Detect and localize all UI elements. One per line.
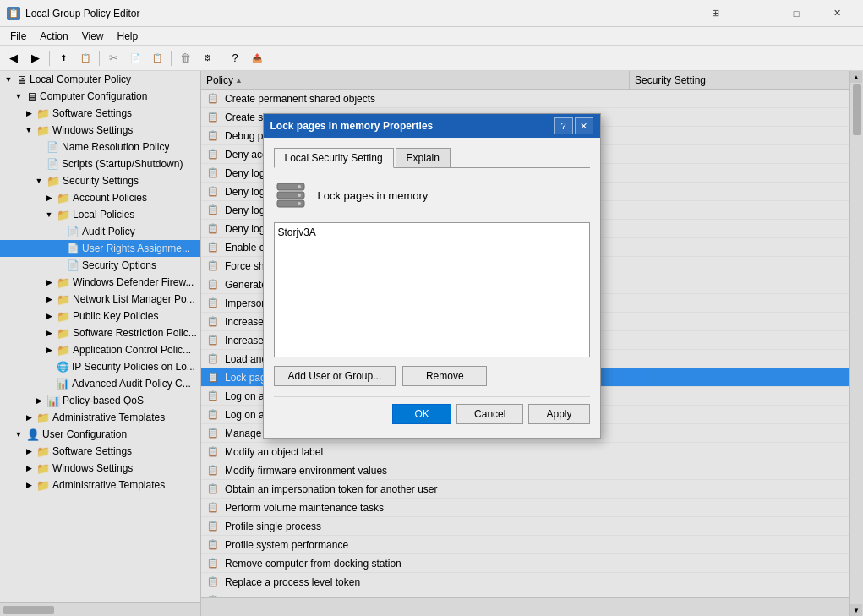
menu-view[interactable]: View (75, 29, 111, 44)
modal-list-item: Storjv3A (278, 226, 586, 238)
tab-label: Explain (407, 152, 440, 164)
title-bar-controls: ⊞ ─ □ ✕ (696, 0, 856, 27)
remove-button[interactable]: Remove (402, 366, 487, 386)
modal-footer: OK Cancel Apply (274, 396, 590, 428)
close-button[interactable]: ✕ (817, 0, 856, 27)
menu-file[interactable]: File (3, 29, 33, 44)
app-title: Local Group Policy Editor (25, 8, 139, 19)
modal-title-bar: Lock pages in memory Properties ? ✕ (264, 114, 600, 138)
modal-policy-name-label: Lock pages in memory (318, 189, 429, 202)
svg-point-5 (298, 202, 301, 205)
toolbar-export[interactable]: 📤 (247, 48, 267, 68)
toolbar: ◀ ▶ ⬆ 📋 ✂ 📄 📋 🗑 ⚙ ? 📤 (0, 46, 863, 71)
menu-help[interactable]: Help (111, 29, 145, 44)
add-user-group-button[interactable]: Add User or Group... (274, 366, 396, 386)
modal-title: Lock pages in memory Properties (270, 120, 434, 132)
toolbar-sep-3 (171, 51, 172, 66)
app-icon: 📋 (7, 7, 20, 20)
toolbar-up[interactable]: ⬆ (53, 48, 74, 68)
maximize-button[interactable]: □ (777, 0, 816, 27)
modal-action-buttons: Add User or Group... Remove (274, 366, 590, 386)
modal-body: Local Security Setting Explain (264, 138, 600, 438)
modal-close-button[interactable]: ✕ (575, 117, 593, 134)
toolbar-cut[interactable]: ✂ (103, 48, 123, 68)
svg-point-4 (298, 194, 301, 197)
toolbar-sep-1 (49, 51, 50, 66)
tab-explain[interactable]: Explain (396, 148, 451, 167)
apply-button[interactable]: Apply (528, 404, 589, 424)
modal-title-controls: ? ✕ (554, 117, 593, 134)
toolbar-forward[interactable]: ▶ (25, 48, 46, 68)
toolbar-delete[interactable]: 🗑 (175, 48, 195, 68)
modal-header-row: Lock pages in memory (274, 178, 590, 212)
minimize-button[interactable]: ─ (736, 0, 775, 27)
cancel-button[interactable]: Cancel (456, 404, 523, 424)
title-bar: 📋 Local Group Policy Editor ⊞ ─ □ ✕ (0, 0, 863, 27)
tab-local-security-setting[interactable]: Local Security Setting (274, 148, 394, 168)
title-bar-left: 📋 Local Group Policy Editor (7, 7, 139, 20)
menu-action[interactable]: Action (33, 29, 74, 44)
modal-help-button[interactable]: ? (554, 117, 573, 134)
toolbar-properties[interactable]: ⚙ (197, 48, 217, 68)
toolbar-sep-4 (221, 51, 221, 66)
modal-dialog: Lock pages in memory Properties ? ✕ Loca… (263, 113, 601, 439)
toolbar-paste[interactable]: 📋 (147, 48, 167, 68)
tab-label: Local Security Setting (285, 152, 383, 164)
modal-overlay: Lock pages in memory Properties ? ✕ Loca… (0, 71, 863, 616)
toolbar-help[interactable]: ? (225, 48, 245, 68)
modal-list-box[interactable]: Storjv3A (274, 222, 590, 357)
toolbar-back[interactable]: ◀ (3, 48, 24, 68)
toolbar-show-hide[interactable]: 📋 (75, 48, 96, 68)
modal-tab-bar: Local Security Setting Explain (274, 148, 590, 168)
toolbar-copy[interactable]: 📄 (125, 48, 145, 68)
resize-button[interactable]: ⊞ (696, 0, 735, 27)
modal-policy-icon (274, 178, 308, 212)
svg-point-3 (298, 185, 301, 188)
menu-bar: File Action View Help (0, 27, 863, 46)
toolbar-sep-2 (99, 51, 100, 66)
ok-button[interactable]: OK (392, 404, 451, 424)
